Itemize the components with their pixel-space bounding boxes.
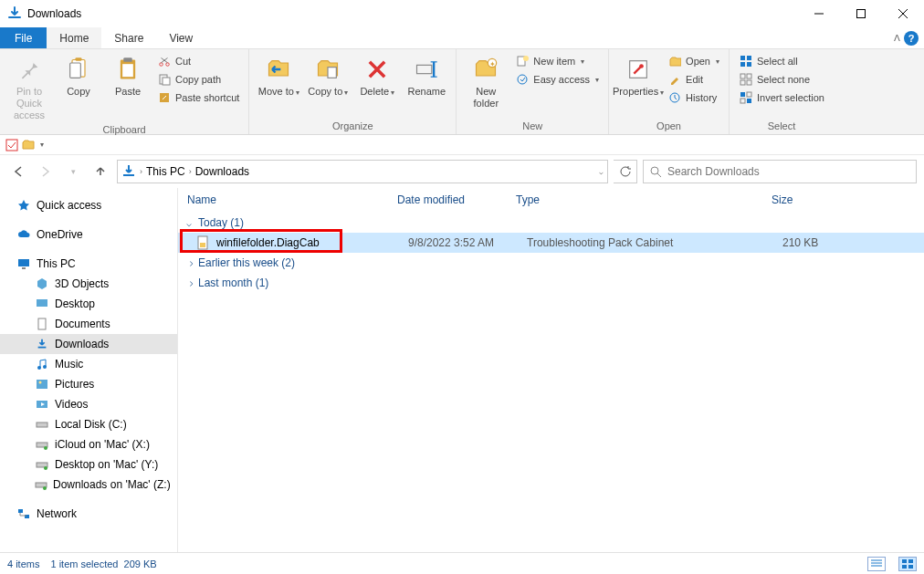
file-row[interactable]: winfilefolder.DiagCab 9/8/2022 3:52 AM T… xyxy=(178,233,924,253)
chevron-down-icon: ⌵ xyxy=(184,218,194,228)
refresh-button[interactable] xyxy=(614,160,637,183)
svg-rect-16 xyxy=(417,65,432,73)
collapse-ribbon-icon[interactable]: ᐱ xyxy=(894,33,900,43)
recent-locations-button[interactable]: ▾ xyxy=(62,161,84,183)
sidebar-downloads[interactable]: Downloads xyxy=(0,334,177,354)
copy-path-button[interactable]: Copy path xyxy=(153,71,243,88)
ribbon-group-organize: Move to▾ Copy to▾ Delete▾ Rename Organiz… xyxy=(249,49,457,134)
quick-access-toolbar: ▾ xyxy=(0,135,924,155)
sidebar-this-pc[interactable]: This PC xyxy=(0,254,177,274)
select-none-button[interactable]: Select none xyxy=(735,71,828,88)
column-name[interactable]: Name xyxy=(187,193,397,206)
status-bar: 4 items 1 item selected 209 KB xyxy=(0,552,924,574)
file-tab[interactable]: File xyxy=(0,27,47,48)
thumbnails-view-button[interactable] xyxy=(898,557,917,571)
ribbon-group-open: Properties▾ Open▾ Edit History Open xyxy=(609,49,730,134)
easy-access-button[interactable]: Easy access▾ xyxy=(511,71,603,88)
home-tab[interactable]: Home xyxy=(47,27,101,48)
sidebar-mac-desktop[interactable]: Desktop on 'Mac' (Y:) xyxy=(0,454,177,475)
status-selected: 1 item selected 209 KB xyxy=(50,558,156,569)
sidebar-3d-objects[interactable]: 3D Objects xyxy=(0,274,177,294)
delete-icon xyxy=(362,55,392,84)
sidebar-pictures[interactable]: Pictures xyxy=(0,374,177,394)
properties-button[interactable]: Properties▾ xyxy=(614,51,662,98)
ribbon: Pin to Quick access Copy Paste Cut Copy … xyxy=(0,49,924,135)
paste-shortcut-button[interactable]: Paste shortcut xyxy=(153,89,243,106)
history-icon xyxy=(667,90,682,105)
minimize-button[interactable] xyxy=(798,0,840,27)
column-size[interactable]: Size xyxy=(772,193,845,206)
pictures-icon xyxy=(35,377,49,391)
copy-button[interactable]: Copy xyxy=(55,51,102,98)
sidebar-network[interactable]: Network xyxy=(0,504,177,524)
sidebar-music[interactable]: Music xyxy=(0,354,177,374)
paste-button[interactable]: Paste xyxy=(104,51,152,98)
pin-quick-access-button[interactable]: Pin to Quick access xyxy=(5,51,53,122)
file-size: 210 KB xyxy=(782,236,856,249)
chevron-right-icon: ⌵ xyxy=(184,257,194,268)
history-button[interactable]: History xyxy=(664,89,723,106)
sidebar-quick-access[interactable]: Quick access xyxy=(0,195,177,215)
share-tab[interactable]: Share xyxy=(101,27,156,48)
svg-rect-36 xyxy=(740,92,745,97)
svg-rect-37 xyxy=(747,92,751,97)
sidebar-mac-downloads[interactable]: Downloads on 'Mac' (Z:) xyxy=(0,475,177,495)
svg-rect-29 xyxy=(747,56,751,60)
view-tab[interactable]: View xyxy=(156,27,205,48)
svg-rect-69 xyxy=(908,565,913,569)
details-view-button[interactable] xyxy=(867,557,886,571)
close-button[interactable] xyxy=(882,0,924,27)
delete-button[interactable]: Delete▾ xyxy=(353,51,401,98)
back-button[interactable] xyxy=(7,161,29,183)
svg-point-58 xyxy=(43,486,47,490)
copy-to-icon xyxy=(313,55,342,84)
new-folder-button[interactable]: ✦ New folder xyxy=(462,51,509,110)
downloads-icon xyxy=(7,6,22,21)
copy-to-button[interactable]: Copy to▾ xyxy=(304,51,352,98)
search-box[interactable] xyxy=(643,160,917,183)
column-date[interactable]: Date modified xyxy=(397,193,516,206)
file-name: winfilefolder.DiagCab xyxy=(216,236,408,249)
sidebar-desktop[interactable]: Desktop xyxy=(0,294,177,314)
sidebar-icloud[interactable]: iCloud on 'Mac' (X:) xyxy=(0,434,177,454)
move-to-button[interactable]: Move to▾ xyxy=(255,51,302,98)
address-dropdown-icon[interactable]: ⌵ xyxy=(599,168,604,176)
cut-button[interactable]: Cut xyxy=(153,53,243,69)
navigation-pane: Quick access OneDrive This PC 3D Objects… xyxy=(0,188,178,552)
group-last-month[interactable]: ⌵ Last month (1) xyxy=(178,273,924,293)
breadcrumb-current[interactable]: ›Downloads xyxy=(189,165,249,178)
new-item-button[interactable]: New item▾ xyxy=(511,53,603,69)
group-today[interactable]: ⌵ Today (1) xyxy=(178,213,924,233)
music-icon xyxy=(35,357,49,371)
svg-rect-59 xyxy=(18,509,23,513)
select-all-button[interactable]: Select all xyxy=(735,53,828,69)
search-input[interactable] xyxy=(667,165,910,178)
svg-rect-44 xyxy=(22,267,26,269)
help-icon[interactable]: ? xyxy=(904,31,919,46)
svg-point-41 xyxy=(651,167,658,174)
svg-rect-32 xyxy=(740,74,745,78)
sidebar-videos[interactable]: Videos xyxy=(0,394,177,414)
breadcrumb-root[interactable]: ›This PC xyxy=(140,165,185,178)
address-bar[interactable]: ›This PC ›Downloads ⌵ xyxy=(117,160,608,183)
group-earlier-week[interactable]: ⌵ Earlier this week (2) xyxy=(178,253,924,273)
edit-button[interactable]: Edit xyxy=(664,71,723,88)
cube-icon xyxy=(35,277,49,291)
paste-icon xyxy=(113,55,142,84)
open-button[interactable]: Open▾ xyxy=(664,53,723,69)
qat-checkbox-icon[interactable] xyxy=(5,139,18,151)
maximize-button[interactable] xyxy=(840,0,882,27)
rename-button[interactable]: Rename xyxy=(403,51,450,98)
qat-dropdown-icon[interactable]: ▾ xyxy=(40,141,44,149)
document-icon xyxy=(35,317,49,331)
sidebar-documents[interactable]: Documents xyxy=(0,314,177,334)
column-type[interactable]: Type xyxy=(516,193,772,206)
up-button[interactable] xyxy=(89,161,111,183)
sidebar-onedrive[interactable]: OneDrive xyxy=(0,224,177,245)
copy-icon xyxy=(64,55,93,84)
qat-folder-icon[interactable] xyxy=(22,139,35,151)
sidebar-local-disk[interactable]: Local Disk (C:) xyxy=(0,414,177,434)
invert-selection-button[interactable]: Invert selection xyxy=(735,89,828,106)
forward-button[interactable] xyxy=(35,161,57,183)
desktop-icon xyxy=(35,297,49,311)
